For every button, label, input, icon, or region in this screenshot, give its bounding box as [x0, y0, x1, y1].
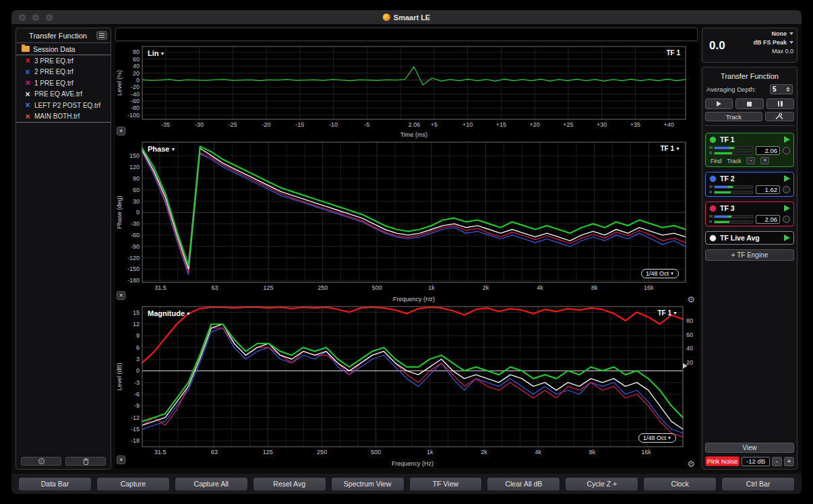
tf-engine-list: TF 1MR2.06FindTrack-+TF 2MR1.62TF 3MR2.0… [705, 133, 794, 249]
svg-text:63: 63 [211, 284, 218, 291]
close-window-button[interactable] [18, 13, 26, 22]
engine-level-meters: MR [709, 185, 753, 194]
svg-text:90: 90 [133, 175, 140, 182]
bottom-capture-all-button[interactable]: Capture All [175, 477, 248, 491]
plot-settings-gear-icon[interactable]: ⚙ [687, 295, 695, 304]
file-item-pre-eq-ave-trf[interactable]: ×PRE EQ AVE.trf [16, 89, 111, 100]
svg-text:31.5: 31.5 [154, 284, 167, 291]
zoom-window-button[interactable] [45, 13, 53, 22]
delete-button[interactable] [65, 457, 106, 466]
pink-noise-button[interactable]: Pink Noise [705, 456, 740, 466]
tf-engine-tf-2[interactable]: TF 2MR1.62 [705, 172, 794, 197]
file-item-2-pre-eq-trf[interactable]: ×2 PRE EQ.trf [16, 67, 111, 78]
engine-play-icon[interactable] [784, 136, 790, 143]
svg-text:+15: +15 [496, 121, 506, 128]
bottom-cycle-z-button[interactable]: Cycle Z + [565, 477, 638, 491]
engine-find-button[interactable]: Find [711, 158, 722, 164]
engine-delay-value[interactable]: 1.62 [756, 185, 780, 194]
file-item-1-pre-eq-trf[interactable]: ×1 PRE EQ.trf [16, 77, 111, 89]
plot-type-dropdown[interactable]: Phase [148, 145, 175, 153]
svg-text:125: 125 [263, 449, 273, 455]
stop-button[interactable] [735, 98, 763, 109]
plot-type-dropdown[interactable]: Magnitude [148, 309, 191, 317]
svg-text:0: 0 [136, 367, 140, 374]
tf-engine-tf-live-avg[interactable]: TF Live Avg [705, 231, 794, 245]
engine-delay-value[interactable]: 2.06 [756, 215, 780, 224]
engine-level-meters: MR [709, 214, 753, 224]
bottom-data-bar-button[interactable]: Data Bar [18, 477, 92, 491]
smoothing-badge[interactable]: 1/48 Oct [638, 433, 676, 443]
engine-play-icon[interactable] [784, 234, 790, 241]
file-item-main-both-trf[interactable]: ×MAIN BOTH.trf [16, 111, 111, 123]
file-name: MAIN BOTH.trf [34, 113, 80, 120]
averaging-depth-value: 5 [773, 86, 777, 93]
collapsed-plot-strip[interactable] [115, 28, 698, 41]
engine-plus-button[interactable]: + [760, 157, 769, 164]
app-window: Smaart LE Transfer Function Session Data… [11, 9, 802, 495]
pause-button[interactable] [766, 98, 794, 109]
plot-type-dropdown[interactable]: Lin [148, 49, 164, 57]
engine-track-button[interactable]: Track [727, 158, 742, 164]
bottom-tf-view-button[interactable]: TF View [409, 477, 483, 491]
meter-scale-select[interactable]: dB FS Peak [753, 39, 793, 46]
svg-text:+35: +35 [630, 121, 640, 128]
svg-text:8k: 8k [589, 449, 596, 455]
tf-engine-tf-1[interactable]: TF 1MR2.06FindTrack-+ [705, 133, 794, 167]
svg-text:500: 500 [371, 449, 381, 455]
info-button[interactable]: i [21, 457, 61, 466]
magnitude-plot[interactable]: 31.5631252505001k2k4k8k16k15129630-3-6-9… [115, 304, 698, 468]
file-item-left-p2-post-eq-trf[interactable]: ×LEFT P2 POST EQ.trf [16, 100, 111, 111]
menu-icon[interactable] [96, 31, 107, 40]
svg-text:-10: -10 [329, 121, 338, 128]
engine-radio[interactable] [783, 216, 790, 223]
file-item-3-pre-eq-trf[interactable]: ×3 PRE EQ.trf [16, 55, 111, 67]
engine-radio[interactable] [783, 147, 790, 154]
bottom-capture-button[interactable]: Capture [96, 477, 170, 491]
svg-text:Time (ms): Time (ms) [400, 131, 427, 138]
phase-plot[interactable]: 31.5631252505001k2k4k8k16k1501209060300-… [115, 139, 698, 304]
svg-text:150: 150 [129, 152, 140, 159]
averaging-depth-select[interactable]: 5 [770, 84, 793, 94]
plot-source-label[interactable]: TF 1 [666, 49, 680, 57]
close-plot-icon[interactable]: ✕ [117, 291, 125, 300]
engine-delay-value[interactable]: 2.06 [756, 146, 780, 155]
svg-text:60: 60 [133, 187, 140, 193]
impulse-plot[interactable]: -35-30-25-20-15-10-52.06+5+10+15+20+25+3… [115, 42, 698, 139]
impulse-chart-block: -35-30-25-20-15-10-52.06+5+10+15+20+25+3… [115, 42, 698, 139]
bottom-reset-avg-button[interactable]: Reset Avg [253, 477, 326, 491]
averaging-depth-label: Averaging Depth: [706, 86, 756, 93]
plot-source-dropdown[interactable]: TF 1 [658, 309, 678, 317]
close-plot-icon[interactable]: ✕ [117, 455, 125, 464]
bottom-clock-button[interactable]: Clock [643, 477, 717, 491]
coherence-axis-arrow-icon[interactable] [683, 363, 688, 369]
svg-text:-60: -60 [131, 98, 140, 104]
smoothing-badge[interactable]: 1/48 Oct [641, 269, 679, 278]
track-button[interactable]: Track [705, 112, 762, 121]
close-plot-icon[interactable]: ✕ [117, 127, 125, 135]
engine-radio[interactable] [783, 186, 790, 193]
plot-settings-gear-icon[interactable]: ⚙ [687, 460, 695, 468]
view-button[interactable]: View [705, 443, 794, 453]
meter-input-select[interactable]: None [772, 30, 794, 37]
engine-minus-button[interactable]: - [746, 157, 755, 164]
bottom-clear-all-db-button[interactable]: Clear All dB [487, 477, 560, 491]
engine-level-meters: MR [709, 146, 753, 155]
generator-minus-button[interactable]: - [772, 457, 782, 466]
bottom-spectrum-view-button[interactable]: Spectrum View [331, 477, 404, 491]
bottom-ctrl-bar-button[interactable]: Ctrl Bar [721, 477, 795, 491]
generator-plus-button[interactable]: + [784, 457, 794, 466]
engine-play-icon[interactable] [784, 205, 790, 212]
session-data-folder[interactable]: Session Data [16, 43, 111, 55]
generator-level[interactable]: -12 dB [742, 457, 770, 466]
svg-text:3: 3 [136, 356, 140, 363]
play-button[interactable] [705, 98, 733, 109]
info-icon: i [38, 458, 44, 464]
add-tf-engine-button[interactable]: + TF Engine [705, 249, 794, 261]
engine-play-icon[interactable] [784, 175, 790, 182]
minimize-window-button[interactable] [32, 13, 40, 22]
plot-source-dropdown[interactable]: TF 1 [661, 145, 681, 152]
input-meter-box: 0.0 None dB FS Peak Max 0.0 [702, 28, 797, 63]
tf-engine-tf-3[interactable]: TF 3MR2.06 [705, 201, 794, 226]
window-title: Smaart LE [383, 13, 430, 22]
tools-button[interactable] [765, 112, 794, 121]
